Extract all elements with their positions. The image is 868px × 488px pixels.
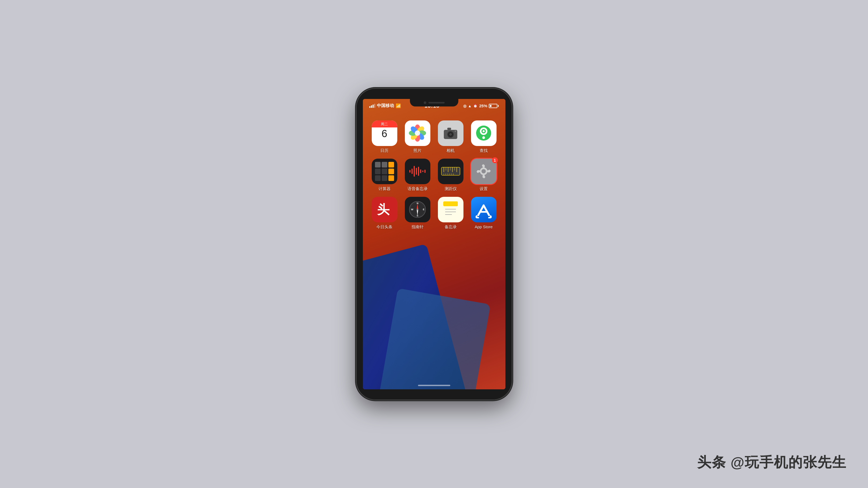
notes-label: 备忘录 xyxy=(445,225,457,230)
appstore-icon-wrapper xyxy=(471,197,497,222)
calc-btn-1 xyxy=(375,162,381,167)
svg-rect-23 xyxy=(416,168,417,175)
app-calculator[interactable]: 计算器 xyxy=(369,159,400,191)
notes-icon-wrapper xyxy=(438,197,463,222)
calc-btn-8 xyxy=(382,175,388,181)
svg-rect-22 xyxy=(414,166,415,177)
carrier-name: 中国移动 xyxy=(377,103,394,109)
svg-rect-26 xyxy=(422,170,423,172)
camera-icon xyxy=(438,121,463,146)
app-compass[interactable]: N S W E 指南针 xyxy=(402,197,433,230)
toutiao-icon: 头 xyxy=(372,197,397,222)
direction-icon: ▲ xyxy=(468,104,472,108)
app-voice[interactable]: 语音备忘录 xyxy=(402,159,433,191)
photos-flower-svg xyxy=(408,124,427,142)
app-appstore[interactable]: App Store xyxy=(469,197,499,230)
svg-line-62 xyxy=(478,205,484,215)
signal-bar-3 xyxy=(373,105,374,108)
status-left: 中国移动 📶 xyxy=(369,103,401,109)
signal-bar-1 xyxy=(369,106,370,108)
svg-rect-24 xyxy=(418,167,419,176)
svg-text:1  2  3  4  5  6: 1 2 3 4 5 6 xyxy=(443,173,454,175)
svg-rect-27 xyxy=(425,170,426,173)
svg-point-38 xyxy=(482,169,486,173)
compass-label: 指南针 xyxy=(411,225,424,230)
voice-icon-wrapper xyxy=(405,159,430,184)
front-camera xyxy=(424,101,426,104)
app-calendar[interactable]: 周二 6 日历 xyxy=(369,121,400,153)
toutiao-icon-wrapper: 头 xyxy=(372,197,397,222)
measure-icon-wrapper: 1 2 3 4 5 6 xyxy=(438,159,463,184)
voice-label: 语音备忘录 xyxy=(407,186,428,191)
svg-rect-25 xyxy=(420,169,421,173)
wifi-icon: 📶 xyxy=(396,103,401,108)
calc-btn-9 xyxy=(389,175,394,181)
svg-point-18 xyxy=(483,130,485,132)
appstore-svg xyxy=(475,201,493,218)
svg-rect-20 xyxy=(409,170,410,173)
photos-icon-wrapper xyxy=(405,121,430,146)
app-camera[interactable]: 相机 xyxy=(435,121,466,153)
calc-btn-7 xyxy=(375,175,381,181)
battery-percent: 25% xyxy=(479,103,487,108)
svg-point-12 xyxy=(449,133,452,136)
calendar-icon: 周二 6 xyxy=(372,121,397,146)
watermark: 头条 @玩手机的张先生 xyxy=(697,453,846,472)
calculator-icon-wrapper xyxy=(372,159,397,184)
settings-label: 设置 xyxy=(479,186,488,191)
app-notes[interactable]: 备忘录 xyxy=(435,197,466,230)
app-grid: 周二 6 日历 xyxy=(363,115,505,235)
app-settings[interactable]: 1 设置 xyxy=(469,159,499,191)
svg-rect-13 xyxy=(447,128,451,130)
home-indicator[interactable] xyxy=(418,385,450,386)
calc-btn-4 xyxy=(375,169,381,174)
voice-icon xyxy=(405,159,430,184)
calendar-date: 6 xyxy=(381,129,387,139)
find-label: 查找 xyxy=(479,148,488,153)
compass-svg: N S W E xyxy=(408,200,427,219)
measure-icon: 1 2 3 4 5 6 xyxy=(438,159,463,184)
alarm-icon: ⏰ xyxy=(473,104,477,108)
compass-icon: N S W E xyxy=(405,197,430,222)
calculator-label: 计算器 xyxy=(378,186,391,191)
speaker-grille xyxy=(429,102,445,103)
svg-line-63 xyxy=(484,205,489,215)
settings-icon-wrapper: 1 xyxy=(471,159,497,184)
battery-icon xyxy=(489,104,499,108)
phone-screen: 中国移动 📶 13:18 ◎ ▲ ⏰ 25% xyxy=(363,99,505,389)
svg-text:E: E xyxy=(423,208,425,211)
notes-icon xyxy=(438,197,463,222)
signal-icon xyxy=(369,104,375,108)
svg-text:头: 头 xyxy=(377,203,390,217)
settings-gear-svg xyxy=(475,163,492,180)
calc-btn-5 xyxy=(382,169,388,174)
svg-rect-21 xyxy=(411,169,413,174)
app-find[interactable]: 查找 xyxy=(469,121,499,153)
signal-bar-2 xyxy=(371,105,372,108)
camera-icon-wrapper xyxy=(438,121,463,146)
svg-text:W: W xyxy=(411,208,413,211)
status-right: ◎ ▲ ⏰ 25% xyxy=(463,103,499,108)
voice-svg xyxy=(408,165,427,178)
find-icon xyxy=(471,121,497,146)
photos-label: 照片 xyxy=(413,148,422,153)
app-photos[interactable]: 照片 xyxy=(402,121,433,153)
find-svg xyxy=(474,124,493,142)
calculator-icon xyxy=(372,159,397,184)
toutiao-label: 今日头条 xyxy=(376,225,393,230)
svg-point-19 xyxy=(482,136,485,139)
calendar-icon-wrapper: 周二 6 xyxy=(372,121,397,146)
appstore-label: App Store xyxy=(475,225,493,229)
calendar-day: 周二 xyxy=(372,121,397,127)
calc-btn-2 xyxy=(382,162,388,167)
notch xyxy=(410,99,458,106)
app-measure[interactable]: 1 2 3 4 5 6 测距仪 xyxy=(435,159,466,191)
appstore-icon xyxy=(471,197,497,222)
toutiao-svg: 头 xyxy=(375,201,394,218)
calendar-label: 日历 xyxy=(380,148,389,153)
svg-point-56 xyxy=(417,209,418,210)
svg-point-14 xyxy=(455,130,456,132)
photos-icon xyxy=(405,121,430,146)
svg-point-8 xyxy=(415,130,420,136)
app-toutiao[interactable]: 头 今日头条 xyxy=(369,197,400,230)
